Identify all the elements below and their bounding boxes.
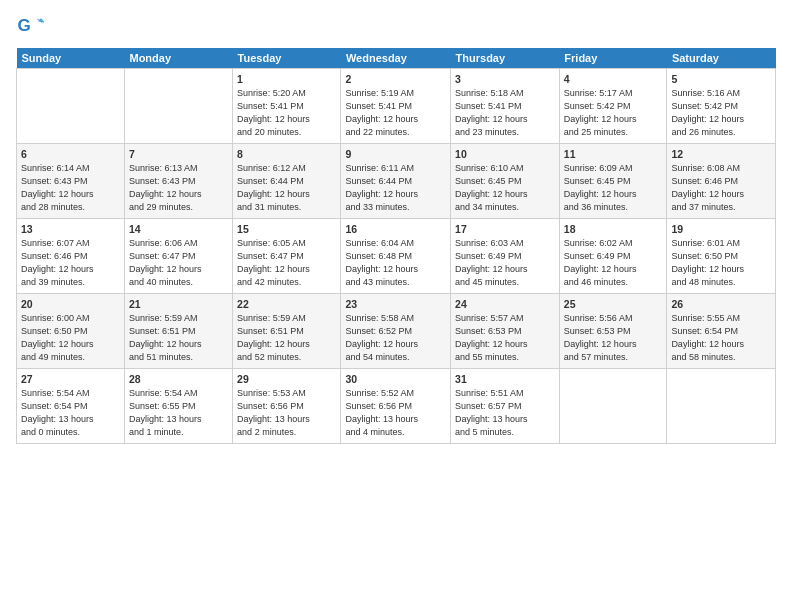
day-cell: 10Sunrise: 6:10 AM Sunset: 6:45 PM Dayli… <box>451 144 560 219</box>
day-cell: 3Sunrise: 5:18 AM Sunset: 5:41 PM Daylig… <box>451 69 560 144</box>
day-info: Sunrise: 5:58 AM Sunset: 6:52 PM Dayligh… <box>345 313 418 361</box>
day-info: Sunrise: 6:04 AM Sunset: 6:48 PM Dayligh… <box>345 238 418 286</box>
day-cell: 12Sunrise: 6:08 AM Sunset: 6:46 PM Dayli… <box>667 144 776 219</box>
day-cell: 22Sunrise: 5:59 AM Sunset: 6:51 PM Dayli… <box>233 294 341 369</box>
day-number: 11 <box>564 147 663 161</box>
day-info: Sunrise: 5:54 AM Sunset: 6:55 PM Dayligh… <box>129 388 202 436</box>
header: G <box>16 12 776 40</box>
day-cell: 2Sunrise: 5:19 AM Sunset: 5:41 PM Daylig… <box>341 69 451 144</box>
day-number: 5 <box>671 72 771 86</box>
day-cell: 7Sunrise: 6:13 AM Sunset: 6:43 PM Daylig… <box>124 144 232 219</box>
day-cell: 4Sunrise: 5:17 AM Sunset: 5:42 PM Daylig… <box>559 69 667 144</box>
day-info: Sunrise: 6:14 AM Sunset: 6:43 PM Dayligh… <box>21 163 94 211</box>
header-cell-saturday: Saturday <box>667 48 776 69</box>
week-row-0: 1Sunrise: 5:20 AM Sunset: 5:41 PM Daylig… <box>17 69 776 144</box>
day-cell: 1Sunrise: 5:20 AM Sunset: 5:41 PM Daylig… <box>233 69 341 144</box>
day-info: Sunrise: 6:10 AM Sunset: 6:45 PM Dayligh… <box>455 163 528 211</box>
day-info: Sunrise: 5:56 AM Sunset: 6:53 PM Dayligh… <box>564 313 637 361</box>
day-number: 19 <box>671 222 771 236</box>
day-number: 28 <box>129 372 228 386</box>
day-cell: 26Sunrise: 5:55 AM Sunset: 6:54 PM Dayli… <box>667 294 776 369</box>
day-info: Sunrise: 5:55 AM Sunset: 6:54 PM Dayligh… <box>671 313 744 361</box>
day-info: Sunrise: 6:07 AM Sunset: 6:46 PM Dayligh… <box>21 238 94 286</box>
day-info: Sunrise: 6:00 AM Sunset: 6:50 PM Dayligh… <box>21 313 94 361</box>
day-cell: 14Sunrise: 6:06 AM Sunset: 6:47 PM Dayli… <box>124 219 232 294</box>
day-info: Sunrise: 5:18 AM Sunset: 5:41 PM Dayligh… <box>455 88 528 136</box>
logo-icon: G <box>16 12 44 40</box>
day-cell: 31Sunrise: 5:51 AM Sunset: 6:57 PM Dayli… <box>451 369 560 444</box>
day-info: Sunrise: 5:59 AM Sunset: 6:51 PM Dayligh… <box>237 313 310 361</box>
week-row-3: 20Sunrise: 6:00 AM Sunset: 6:50 PM Dayli… <box>17 294 776 369</box>
day-cell: 21Sunrise: 5:59 AM Sunset: 6:51 PM Dayli… <box>124 294 232 369</box>
day-info: Sunrise: 5:17 AM Sunset: 5:42 PM Dayligh… <box>564 88 637 136</box>
svg-text:G: G <box>18 16 31 35</box>
day-cell: 19Sunrise: 6:01 AM Sunset: 6:50 PM Dayli… <box>667 219 776 294</box>
day-info: Sunrise: 5:52 AM Sunset: 6:56 PM Dayligh… <box>345 388 418 436</box>
page: G SundayMondayTuesdayWednesdayThursdayFr… <box>0 0 792 612</box>
day-number: 24 <box>455 297 555 311</box>
day-cell: 18Sunrise: 6:02 AM Sunset: 6:49 PM Dayli… <box>559 219 667 294</box>
day-info: Sunrise: 6:11 AM Sunset: 6:44 PM Dayligh… <box>345 163 418 211</box>
day-number: 22 <box>237 297 336 311</box>
day-number: 26 <box>671 297 771 311</box>
day-info: Sunrise: 6:03 AM Sunset: 6:49 PM Dayligh… <box>455 238 528 286</box>
header-row: SundayMondayTuesdayWednesdayThursdayFrid… <box>17 48 776 69</box>
day-number: 6 <box>21 147 120 161</box>
day-cell: 17Sunrise: 6:03 AM Sunset: 6:49 PM Dayli… <box>451 219 560 294</box>
day-number: 31 <box>455 372 555 386</box>
day-info: Sunrise: 6:08 AM Sunset: 6:46 PM Dayligh… <box>671 163 744 211</box>
svg-marker-2 <box>38 18 44 23</box>
day-info: Sunrise: 5:57 AM Sunset: 6:53 PM Dayligh… <box>455 313 528 361</box>
day-number: 29 <box>237 372 336 386</box>
day-number: 30 <box>345 372 446 386</box>
day-cell: 28Sunrise: 5:54 AM Sunset: 6:55 PM Dayli… <box>124 369 232 444</box>
day-cell: 8Sunrise: 6:12 AM Sunset: 6:44 PM Daylig… <box>233 144 341 219</box>
day-cell <box>667 369 776 444</box>
week-row-1: 6Sunrise: 6:14 AM Sunset: 6:43 PM Daylig… <box>17 144 776 219</box>
day-info: Sunrise: 6:02 AM Sunset: 6:49 PM Dayligh… <box>564 238 637 286</box>
day-info: Sunrise: 5:20 AM Sunset: 5:41 PM Dayligh… <box>237 88 310 136</box>
day-number: 23 <box>345 297 446 311</box>
day-number: 21 <box>129 297 228 311</box>
day-cell: 6Sunrise: 6:14 AM Sunset: 6:43 PM Daylig… <box>17 144 125 219</box>
day-cell: 24Sunrise: 5:57 AM Sunset: 6:53 PM Dayli… <box>451 294 560 369</box>
day-number: 15 <box>237 222 336 236</box>
day-number: 1 <box>237 72 336 86</box>
day-number: 25 <box>564 297 663 311</box>
day-number: 7 <box>129 147 228 161</box>
day-cell: 16Sunrise: 6:04 AM Sunset: 6:48 PM Dayli… <box>341 219 451 294</box>
day-cell: 20Sunrise: 6:00 AM Sunset: 6:50 PM Dayli… <box>17 294 125 369</box>
day-info: Sunrise: 6:12 AM Sunset: 6:44 PM Dayligh… <box>237 163 310 211</box>
day-info: Sunrise: 5:19 AM Sunset: 5:41 PM Dayligh… <box>345 88 418 136</box>
day-number: 18 <box>564 222 663 236</box>
day-number: 9 <box>345 147 446 161</box>
day-number: 8 <box>237 147 336 161</box>
day-cell: 25Sunrise: 5:56 AM Sunset: 6:53 PM Dayli… <box>559 294 667 369</box>
day-cell: 27Sunrise: 5:54 AM Sunset: 6:54 PM Dayli… <box>17 369 125 444</box>
day-cell <box>17 69 125 144</box>
header-cell-wednesday: Wednesday <box>341 48 451 69</box>
day-cell: 11Sunrise: 6:09 AM Sunset: 6:45 PM Dayli… <box>559 144 667 219</box>
day-number: 2 <box>345 72 446 86</box>
day-cell: 30Sunrise: 5:52 AM Sunset: 6:56 PM Dayli… <box>341 369 451 444</box>
day-cell: 15Sunrise: 6:05 AM Sunset: 6:47 PM Dayli… <box>233 219 341 294</box>
day-info: Sunrise: 5:16 AM Sunset: 5:42 PM Dayligh… <box>671 88 744 136</box>
day-number: 16 <box>345 222 446 236</box>
day-cell <box>124 69 232 144</box>
day-cell: 13Sunrise: 6:07 AM Sunset: 6:46 PM Dayli… <box>17 219 125 294</box>
day-info: Sunrise: 6:06 AM Sunset: 6:47 PM Dayligh… <box>129 238 202 286</box>
day-info: Sunrise: 5:59 AM Sunset: 6:51 PM Dayligh… <box>129 313 202 361</box>
day-number: 10 <box>455 147 555 161</box>
header-cell-thursday: Thursday <box>451 48 560 69</box>
day-number: 4 <box>564 72 663 86</box>
day-cell: 29Sunrise: 5:53 AM Sunset: 6:56 PM Dayli… <box>233 369 341 444</box>
logo: G <box>16 12 48 40</box>
day-info: Sunrise: 5:53 AM Sunset: 6:56 PM Dayligh… <box>237 388 310 436</box>
header-cell-monday: Monday <box>124 48 232 69</box>
day-number: 27 <box>21 372 120 386</box>
header-cell-tuesday: Tuesday <box>233 48 341 69</box>
header-cell-sunday: Sunday <box>17 48 125 69</box>
day-cell: 9Sunrise: 6:11 AM Sunset: 6:44 PM Daylig… <box>341 144 451 219</box>
day-info: Sunrise: 6:13 AM Sunset: 6:43 PM Dayligh… <box>129 163 202 211</box>
day-number: 13 <box>21 222 120 236</box>
